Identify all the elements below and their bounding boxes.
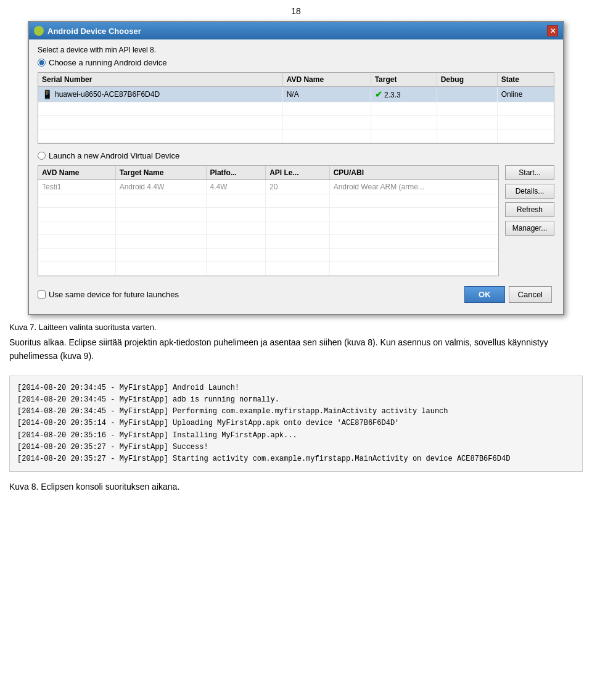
empty-cell (266, 249, 329, 262)
empty-cell (38, 194, 115, 208)
empty-cell (282, 102, 371, 116)
empty-cell (266, 262, 329, 276)
console-line-7: [2014-08-20 20:35:27 - MyFirstApp] Start… (17, 453, 575, 465)
refresh-button[interactable]: Refresh (505, 202, 554, 217)
empty-cell (38, 262, 115, 276)
radio-running[interactable] (38, 59, 46, 67)
ok-button[interactable]: OK (464, 286, 505, 303)
empty-cell (497, 130, 554, 143)
empty-cell (38, 208, 115, 221)
empty-cell (371, 130, 437, 143)
console-output: [2014-08-20 20:34:45 - MyFirstApp] Andro… (9, 376, 583, 472)
col-avd-name: AVD Name (38, 166, 115, 180)
radio-running-label: Choose a running Android device (49, 58, 167, 67)
avd-row-empty-1 (38, 194, 498, 208)
empty-cell (38, 130, 282, 143)
running-devices-table-container: Serial Number AVD Name Target Debug Stat… (38, 72, 554, 144)
cell-avd-name: N/A (282, 87, 371, 102)
dialog-wrapper: Android Device Chooser ✕ Select a device… (0, 21, 592, 315)
body-paragraph: Suoritus alkaa. Eclipse siirtää projekti… (0, 336, 592, 371)
page-number: 18 (0, 0, 592, 21)
cancel-button[interactable]: Cancel (509, 286, 552, 303)
empty-cell (497, 116, 554, 130)
figure7-caption: Kuva 7. Laitteen valinta suoritusta vart… (0, 315, 592, 336)
empty-cell (266, 194, 329, 208)
col-target: Target (371, 73, 437, 87)
console-line-2: [2014-08-20 20:34:45 - MyFirstApp] adb i… (17, 394, 575, 406)
console-line-3: [2014-08-20 20:34:45 - MyFirstApp] Perfo… (17, 406, 575, 418)
empty-cell (206, 262, 266, 276)
cell-serial: 📱 huawei-u8650-ACE87B6F6D4D (38, 87, 282, 102)
console-line-1: [2014-08-20 20:34:45 - MyFirstApp] Andro… (17, 382, 575, 394)
avd-buttons-panel: Start... Details... Refresh Manager... (505, 165, 554, 276)
col-api-level: API Le... (266, 166, 329, 180)
empty-cell (371, 102, 437, 116)
running-table-header: Serial Number AVD Name Target Debug Stat… (38, 73, 554, 87)
android-device-chooser-dialog: Android Device Chooser ✕ Select a device… (28, 21, 564, 315)
avd-row-empty-3 (38, 221, 498, 235)
empty-cell (329, 249, 498, 262)
empty-cell (115, 194, 206, 208)
col-serial: Serial Number (38, 73, 282, 87)
avd-table-container: AVD Name Target Name Platfo... API Le...… (38, 165, 499, 276)
avd-section: AVD Name Target Name Platfo... API Le...… (38, 165, 554, 276)
empty-cell (38, 102, 282, 116)
serial-value: huawei-u8650-ACE87B6F6D4D (55, 90, 160, 99)
phone-icon: 📱 (42, 89, 52, 99)
avd-row-empty-6 (38, 262, 498, 276)
radio-virtual[interactable] (38, 152, 46, 160)
empty-cell (206, 249, 266, 262)
console-line-5: [2014-08-20 20:35:16 - MyFirstApp] Insta… (17, 430, 575, 442)
dialog-title-label: Android Device Chooser (47, 27, 141, 36)
details-button[interactable]: Details... (505, 184, 554, 199)
empty-cell (282, 130, 371, 143)
radio-virtual-row: Launch a new Android Virtual Device (38, 151, 554, 160)
avd-row-empty-2 (38, 208, 498, 221)
col-state: State (497, 73, 554, 87)
cell-target: ✔ 2.3.3 (371, 87, 437, 102)
empty-cell (206, 221, 266, 235)
empty-cell (266, 221, 329, 235)
avd-table-header: AVD Name Target Name Platfo... API Le...… (38, 166, 498, 180)
radio-running-row: Choose a running Android device (38, 58, 554, 67)
empty-cell (329, 235, 498, 249)
same-device-label: Use same device for future launches (49, 290, 179, 299)
dialog-body: Select a device with min API level 8. Ch… (29, 39, 563, 314)
col-debug: Debug (437, 73, 497, 87)
running-devices-table: Serial Number AVD Name Target Debug Stat… (38, 73, 554, 143)
avd-row-empty-5 (38, 249, 498, 262)
radio-virtual-label: Launch a new Android Virtual Device (49, 151, 179, 160)
empty-cell (266, 235, 329, 249)
empty-cell (115, 262, 206, 276)
dialog-titlebar: Android Device Chooser ✕ (29, 22, 563, 39)
bottom-bar: Use same device for future launches OK C… (38, 282, 554, 308)
close-button[interactable]: ✕ (547, 25, 558, 36)
action-buttons: OK Cancel (464, 286, 552, 303)
empty-cell (437, 130, 497, 143)
col-target-name: Target Name (115, 166, 206, 180)
empty-cell (497, 102, 554, 116)
manager-button[interactable]: Manager... (505, 221, 554, 236)
cell-debug (437, 87, 497, 102)
table-row-empty-2 (38, 116, 554, 130)
empty-cell (206, 208, 266, 221)
empty-cell (329, 194, 498, 208)
cpu-abi-cell: Android Wear ARM (arme... (329, 180, 498, 194)
empty-cell (115, 235, 206, 249)
same-device-checkbox[interactable] (38, 290, 46, 299)
start-button[interactable]: Start... (505, 165, 554, 180)
empty-cell (282, 116, 371, 130)
table-row[interactable]: Testi1 Android 4.4W 4.4W 20 Android Wear… (38, 180, 498, 194)
cell-state: Online (497, 87, 554, 102)
col-cpu-abi: CPU/ABI (329, 166, 498, 180)
checkbox-row: Use same device for future launches (38, 290, 179, 299)
target-name-cell: Android 4.4W (115, 180, 206, 194)
empty-cell (115, 208, 206, 221)
table-row-empty-1 (38, 102, 554, 116)
avd-row-empty-4 (38, 235, 498, 249)
dialog-title: Android Device Chooser (34, 26, 141, 36)
col-platform: Platfo... (206, 166, 266, 180)
table-row[interactable]: 📱 huawei-u8650-ACE87B6F6D4D N/A ✔ 2.3.3 … (38, 87, 554, 102)
empty-cell (115, 249, 206, 262)
empty-cell (38, 221, 115, 235)
